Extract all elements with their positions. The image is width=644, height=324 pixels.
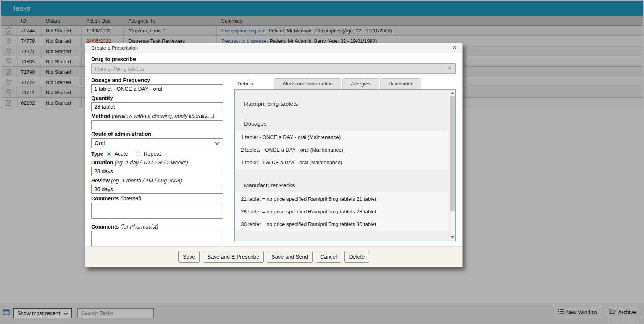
details-content: Ramipril 5mg tablets Dosages 1 tablet - … bbox=[235, 90, 449, 241]
review-hint: (eg. 1 month / 1M / Aug 2008) bbox=[111, 177, 182, 184]
comments-pharmacist-textarea[interactable] bbox=[91, 231, 223, 247]
review-label: Review (eg. 1 month / 1M / Aug 2008) bbox=[91, 177, 223, 184]
pack-option[interactable]: 28 tablet = no price specified Ramipril … bbox=[236, 205, 448, 218]
dosages-heading: Dosages bbox=[244, 120, 449, 127]
drug-info-tabs: Details Alerts and Information Allergies… bbox=[234, 77, 456, 89]
dosage-option[interactable]: 1 tablet - ONCE a DAY - oral (Maintenanc… bbox=[236, 131, 448, 143]
clear-drug-icon[interactable]: ✕ bbox=[447, 66, 452, 71]
details-scrollbar[interactable] bbox=[449, 90, 455, 241]
comments-internal-textarea[interactable] bbox=[91, 203, 223, 219]
quantity-label: Quantity bbox=[91, 95, 223, 101]
pack-option[interactable]: 21 tablet = no price specified Ramipril … bbox=[236, 193, 448, 205]
tab-details[interactable]: Details bbox=[234, 79, 274, 89]
duration-hint: (eg. 1 day / 1D / 2W / 2 weeks) bbox=[115, 160, 188, 166]
scroll-up-icon[interactable] bbox=[451, 92, 454, 94]
app-window: Tasks ID Status Action Due Assigned To S… bbox=[0, 0, 644, 324]
details-drug-title: Ramipril 5mg tablets bbox=[244, 90, 449, 107]
method-label: Method (swallow without chewing, apply l… bbox=[91, 113, 223, 119]
dialog-footer: Save Save and E-Prescribe Save and Send … bbox=[85, 246, 462, 267]
dosage-option[interactable]: 1 tablet - TWICE a DAY - oral (Maintenan… bbox=[236, 156, 448, 169]
dosage-label: Dosage and Frequency bbox=[91, 77, 223, 83]
close-icon[interactable]: ✕ bbox=[452, 45, 457, 50]
comments-internal-label: Comments (internal) bbox=[91, 195, 223, 201]
method-input[interactable] bbox=[91, 120, 223, 129]
tab-allergies[interactable]: Allergies bbox=[342, 78, 379, 89]
type-label: Type bbox=[91, 151, 103, 157]
details-panel: Ramipril 5mg tablets Dosages 1 tablet - … bbox=[234, 89, 456, 241]
tab-disclaimer[interactable]: Disclaimer bbox=[380, 78, 421, 89]
method-hint: (swallow without chewing, apply liberall… bbox=[112, 113, 215, 119]
save-button[interactable]: Save bbox=[178, 251, 200, 263]
pack-option[interactable]: 30 tablet = no price specified Ramipril … bbox=[236, 218, 448, 231]
drug-field: Ramipril 5mg tablets ✕ bbox=[91, 63, 456, 74]
packs-list: 21 tablet = no price specified Ramipril … bbox=[236, 192, 448, 231]
type-repeat-label[interactable]: Repeat bbox=[144, 151, 161, 157]
drug-info-panel: Details Alerts and Information Allergies… bbox=[234, 77, 456, 250]
packs-heading: Manufacturer Packs bbox=[244, 182, 449, 189]
comments-pharmacist-label: Comments (for Pharmacist) bbox=[91, 224, 223, 230]
comments-pharmacist-hint: (for Pharmacist) bbox=[120, 224, 158, 230]
prescription-form: Dosage and Frequency Quantity Method (sw… bbox=[91, 77, 223, 250]
drug-label: Drug to prescribe bbox=[91, 56, 456, 62]
save-and-e-prescribe-button[interactable]: Save and E-Prescribe bbox=[203, 251, 264, 263]
type-acute-radio[interactable] bbox=[107, 152, 111, 156]
comments-internal-hint: (internal) bbox=[120, 195, 141, 201]
duration-input[interactable] bbox=[91, 167, 223, 176]
type-acute-label[interactable]: Acute bbox=[115, 151, 128, 157]
route-label: Route of administration bbox=[91, 131, 223, 137]
duration-label: Duration (eg. 1 day / 1D / 2W / 2 weeks) bbox=[91, 160, 223, 166]
create-prescription-dialog: Create a Prescription ✕ Drug to prescrib… bbox=[85, 43, 463, 267]
dosage-input[interactable] bbox=[91, 84, 223, 93]
save-and-send-button[interactable]: Save and Send bbox=[267, 251, 313, 263]
type-repeat-radio[interactable] bbox=[136, 152, 140, 156]
scroll-down-icon[interactable] bbox=[451, 236, 454, 239]
chevron-down-icon bbox=[215, 140, 220, 146]
dialog-titlebar: Create a Prescription ✕ bbox=[85, 43, 462, 53]
route-select[interactable]: Oral bbox=[91, 138, 223, 148]
dialog-title: Create a Prescription bbox=[91, 45, 138, 51]
dosages-list: 1 tablet - ONCE a DAY - oral (Maintenanc… bbox=[236, 131, 448, 169]
cancel-button[interactable]: Cancel bbox=[316, 251, 342, 263]
tab-alerts-and-information[interactable]: Alerts and Information bbox=[274, 78, 341, 89]
scrollbar-thumb[interactable] bbox=[450, 96, 455, 211]
route-select-value: Oral bbox=[95, 140, 105, 146]
drug-value: Ramipril 5mg tablets bbox=[95, 66, 144, 72]
delete-button[interactable]: Delete bbox=[344, 251, 369, 263]
dosage-option[interactable]: 2 tablets - ONCE a DAY - oral (Maintenan… bbox=[236, 143, 448, 156]
review-input[interactable] bbox=[91, 185, 223, 194]
quantity-input[interactable] bbox=[91, 102, 223, 111]
